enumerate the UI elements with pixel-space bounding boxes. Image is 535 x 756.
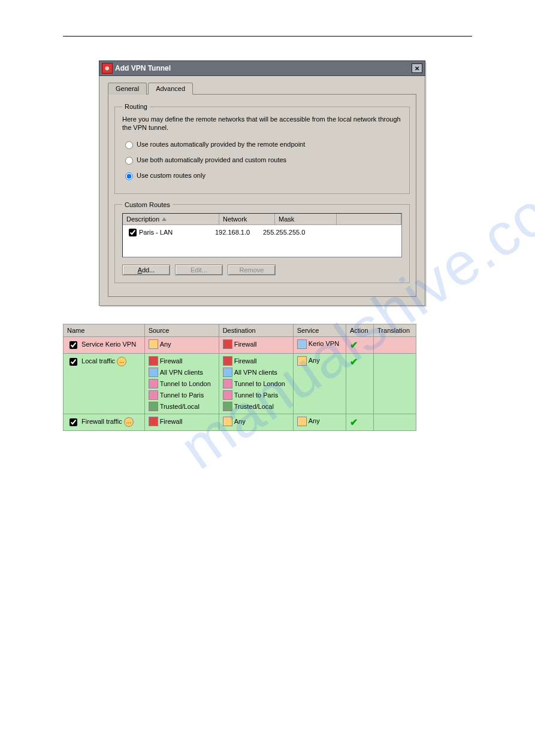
radio-auto[interactable]: Use routes automatically provided by the…	[122, 139, 402, 149]
permit-icon: ✔	[350, 417, 358, 427]
th-action[interactable]: Action	[346, 324, 373, 336]
tunnel-to-london-icon	[223, 379, 232, 388]
rule-row[interactable]: Local traffic …FirewallAll VPN clientsTu…	[64, 353, 416, 414]
service-label: Any	[309, 417, 320, 424]
tab-advanced[interactable]: Advanced	[148, 83, 193, 95]
trusted-local-icon	[149, 402, 158, 411]
sort-ascending-icon	[162, 217, 167, 221]
radio-custom-input[interactable]	[125, 172, 133, 180]
source-item: Tunnel to London	[149, 379, 215, 388]
rule-name: Firewall traffic	[81, 418, 122, 425]
custom-routes-group: Custom Routes Description Network Mask	[114, 201, 410, 283]
service-label: Kerio VPN	[309, 340, 339, 347]
route-network: 192.168.1.0	[215, 229, 263, 236]
add-vpn-tunnel-dialog: ⊕ Add VPN Tunnel ✕ General Advanced Rout…	[99, 60, 425, 306]
any-icon	[149, 339, 158, 349]
rule-checkbox[interactable]	[69, 341, 77, 349]
col-mask[interactable]: Mask	[275, 214, 337, 224]
service-icon	[297, 356, 307, 366]
source-item: Any	[149, 339, 215, 349]
radio-custom-label: Use custom routes only	[137, 172, 205, 179]
routing-legend: Routing	[122, 103, 150, 110]
source-item: All VPN clients	[149, 368, 215, 377]
app-icon: ⊕	[102, 63, 113, 74]
routing-group: Routing Here you may define the remote n…	[114, 103, 410, 194]
th-source[interactable]: Source	[144, 324, 219, 336]
tunnel-to-paris-icon	[223, 390, 232, 400]
all-vpn-clients-icon	[223, 368, 232, 377]
custom-routes-legend: Custom Routes	[122, 201, 173, 208]
destination-item: All VPN clients	[223, 368, 289, 377]
radio-custom[interactable]: Use custom routes only	[122, 171, 402, 180]
destination-item: Firewall	[223, 356, 289, 366]
col-network[interactable]: Network	[219, 214, 275, 224]
radio-both-label: Use both automatically provided and cust…	[137, 156, 286, 163]
th-destination[interactable]: Destination	[219, 324, 293, 336]
dialog-titlebar[interactable]: ⊕ Add VPN Tunnel ✕	[99, 60, 425, 76]
add-button[interactable]: Add...	[122, 265, 170, 275]
th-service[interactable]: Service	[293, 324, 346, 336]
rule-name: Local traffic	[81, 357, 115, 365]
firewall-icon	[223, 339, 232, 349]
col-blank	[337, 214, 401, 224]
destination-item: Any	[223, 417, 289, 426]
route-checkbox[interactable]	[129, 229, 137, 236]
tunnel-to-paris-icon	[149, 390, 158, 400]
translation-cell	[374, 336, 416, 353]
firewall-icon	[149, 417, 158, 426]
edit-button[interactable]: Edit...	[175, 265, 223, 275]
service-label: Any	[309, 357, 320, 364]
rule-name: Service Kerio VPN	[81, 341, 136, 348]
radio-auto-label: Use routes automatically provided by the…	[137, 141, 305, 148]
dialog-title: Add VPN Tunnel	[115, 64, 171, 72]
comment-icon: …	[117, 357, 126, 366]
source-item: Firewall	[149, 417, 215, 426]
route-mask: 255.255.255.0	[263, 229, 317, 236]
routes-table[interactable]: Description Network Mask Paris - LAN	[122, 213, 402, 257]
radio-auto-input[interactable]	[125, 141, 133, 149]
radio-both[interactable]: Use both automatically provided and cust…	[122, 155, 402, 165]
remove-button[interactable]: Remove	[228, 265, 276, 275]
th-name[interactable]: Name	[64, 324, 145, 336]
rule-checkbox[interactable]	[69, 418, 77, 426]
destination-item: Tunnel to London	[223, 379, 289, 388]
radio-both-input[interactable]	[125, 157, 133, 165]
firewall-icon	[223, 356, 232, 366]
page-top-rule	[63, 36, 472, 37]
route-row[interactable]: Paris - LAN 192.168.1.0 255.255.255.0	[123, 225, 401, 240]
destination-item: Tunnel to Paris	[223, 390, 289, 400]
tunnel-to-london-icon	[149, 379, 158, 388]
translation-cell	[374, 414, 416, 430]
permit-icon: ✔	[350, 357, 358, 367]
translation-cell	[374, 353, 416, 414]
destination-item: Trusted/Local	[223, 402, 289, 411]
traffic-rules-table: Name Source Destination Service Action T…	[63, 324, 416, 431]
permit-icon: ✔	[350, 340, 358, 350]
col-description[interactable]: Description	[123, 214, 219, 224]
source-item: Firewall	[149, 356, 215, 366]
destination-item: Firewall	[223, 339, 289, 349]
routing-description: Here you may define the remote networks …	[122, 115, 402, 132]
any-icon	[223, 417, 232, 426]
firewall-icon	[149, 356, 158, 366]
tab-general[interactable]: General	[108, 83, 147, 95]
rule-checkbox[interactable]	[69, 358, 77, 366]
rule-row[interactable]: Firewall traffic …FirewallAnyAny✔	[64, 414, 416, 430]
th-translation[interactable]: Translation	[374, 324, 416, 336]
rule-row[interactable]: Service Kerio VPNAnyFirewallKerio VPN✔	[64, 336, 416, 353]
service-icon	[297, 339, 307, 349]
service-icon	[297, 417, 307, 426]
trusted-local-icon	[223, 402, 232, 411]
source-item: Trusted/Local	[149, 402, 215, 411]
col-description-label: Description	[126, 215, 159, 223]
route-description: Paris - LAN	[139, 229, 173, 236]
comment-icon: …	[124, 417, 134, 427]
close-icon[interactable]: ✕	[412, 63, 422, 73]
all-vpn-clients-icon	[149, 368, 158, 377]
source-item: Tunnel to Paris	[149, 390, 215, 400]
